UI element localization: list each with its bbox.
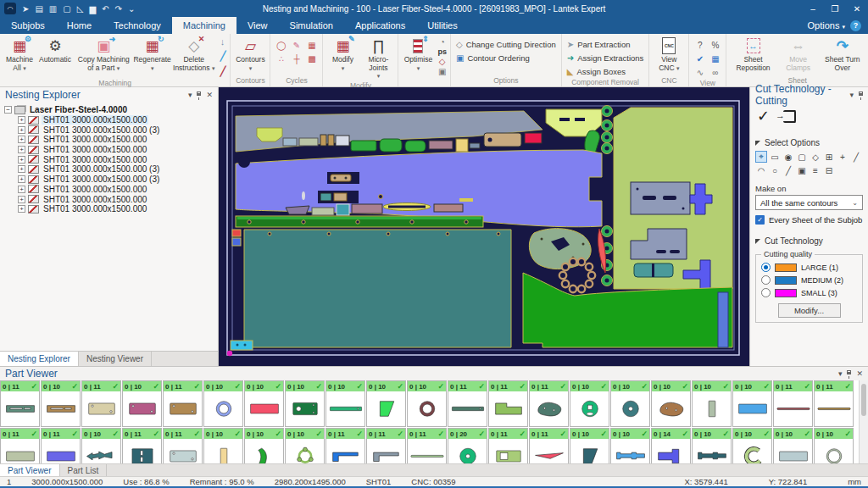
contours-button[interactable]: ▱ Contours▾ <box>232 35 268 73</box>
expand-expander[interactable]: + <box>18 116 25 124</box>
part-viewer-scrollbar[interactable] <box>859 380 868 463</box>
expand-expander[interactable]: + <box>18 146 25 153</box>
document-icon[interactable]: ▢ <box>63 4 70 14</box>
part-tile[interactable]: 0 | 11✓ <box>81 380 121 427</box>
copy-sheet-icon[interactable]: ▣ <box>437 67 447 76</box>
part-tile[interactable]: 0 | 10✓ <box>407 380 447 427</box>
view-chain-icon[interactable]: ∞ <box>708 66 722 79</box>
optimise-button[interactable]: ⇕ Optimise▾ <box>400 35 436 73</box>
part-tile[interactable]: 0 | 10✓ <box>203 428 243 463</box>
part-tile[interactable]: 0 | 10✓ <box>285 380 325 427</box>
part-tile[interactable]: 0 | 10✓ <box>773 428 813 463</box>
cycle-matrix-icon[interactable]: ▩ <box>304 53 319 65</box>
modify-quality-button[interactable]: Modify... <box>778 303 841 318</box>
quality-radio-row[interactable]: LARGE (1) <box>761 263 857 272</box>
part-tile[interactable]: 0 | 10✓ <box>244 380 284 427</box>
nesting-canvas[interactable] <box>219 87 749 366</box>
panel-close-icon[interactable]: ✕ <box>856 369 863 378</box>
part-tile[interactable]: 0 | 11✓ <box>448 380 487 427</box>
view-swoosh-icon[interactable]: ∿ <box>693 66 707 79</box>
tab-nesting-viewer[interactable]: Nesting Viewer <box>79 352 152 366</box>
tree-sheet-item[interactable]: +SHT01 3000.000x1500.000 (3) <box>4 125 218 135</box>
part-tile[interactable]: 0 | 10✓ <box>122 380 162 427</box>
part-tile[interactable]: 0 | 11✓ <box>407 428 447 463</box>
pin-icon[interactable] <box>847 370 851 374</box>
change-cutting-direction-button[interactable]: ◇ Change Cutting Direction <box>453 37 559 51</box>
part-tile[interactable]: 0 | 10✓ <box>570 380 609 427</box>
exit-icon[interactable]: → <box>783 110 796 123</box>
panel-menu-icon[interactable]: ▾ <box>849 91 854 99</box>
tab-subjobs[interactable]: Subjobs <box>0 17 56 34</box>
part-extraction-button[interactable]: ➤ Part Extraction <box>564 37 634 51</box>
part-tile[interactable]: 0 | 11✓ <box>814 380 854 427</box>
rotate-left-icon[interactable]: ◇ <box>437 57 447 66</box>
expand-expander[interactable]: + <box>18 196 25 203</box>
part-tile[interactable]: 0 | 11✓ <box>366 428 406 463</box>
sheet-turn-over-button[interactable]: ↷ Sheet Turn Over <box>819 35 866 73</box>
tree-sheet-item[interactable]: +SHT01 3000.000x1500.000 <box>4 204 218 214</box>
sel-point-icon[interactable]: ⌖ <box>755 151 767 163</box>
collapse-expander[interactable]: − <box>4 106 12 114</box>
expand-expander[interactable]: + <box>18 156 25 164</box>
undo-icon[interactable]: ↶ <box>102 4 108 14</box>
tab-applications[interactable]: Applications <box>344 17 416 34</box>
expand-expander[interactable]: + <box>18 186 25 193</box>
arrow-down-icon[interactable]: ↓ <box>220 36 226 47</box>
expand-expander[interactable]: + <box>18 136 25 143</box>
panel-menu-icon[interactable]: ▾ <box>188 91 192 99</box>
part-tile[interactable]: 0 | 10✓ <box>610 428 650 463</box>
part-tile[interactable]: 0 | 11✓ <box>529 428 569 463</box>
select-options-section[interactable]: Select Options <box>755 132 863 151</box>
tree-sheet-item[interactable]: +SHT01 3000.000x1500.000 <box>4 185 218 195</box>
sel-zoom-icon[interactable]: ⊞ <box>823 151 835 163</box>
micro-joints-button[interactable]: ∏ Micro-Joints▾ <box>360 35 396 81</box>
part-tile[interactable]: 0 | 10✓ <box>732 380 772 427</box>
part-tile[interactable]: 0 | 10✓ <box>326 380 365 427</box>
part-tile[interactable]: 0 | 10✓ <box>651 380 691 427</box>
part-tile[interactable]: 0 | 10✓ <box>203 380 243 427</box>
sel-plus-icon[interactable]: + <box>837 151 849 163</box>
tree-root[interactable]: −Laser Fiber-Steel-4.0000 <box>4 105 218 115</box>
tree-sheet-item[interactable]: +SHT01 3000.000x1500.000 (3) <box>4 164 218 175</box>
app-logo-icon[interactable]: ◠ <box>4 3 16 14</box>
part-tile[interactable]: 0 | 10✓ <box>366 380 406 427</box>
checkbox-checked-icon[interactable]: ✓ <box>755 215 765 225</box>
assign-extractions-button[interactable]: ➜ Assign Extractions <box>564 51 648 64</box>
sel-contour-icon[interactable]: ◉ <box>782 151 794 163</box>
part-tile[interactable]: 0 | 10✓ <box>692 380 732 427</box>
tree-sheet-item[interactable]: +SHT01 3000.000x1500.000 <box>4 194 218 204</box>
options-menu[interactable]: Options ▾ <box>808 20 846 30</box>
view-calendar-icon[interactable]: ▦ <box>708 53 722 65</box>
view-check-icon[interactable]: ✔ <box>693 53 707 65</box>
apply-check-icon[interactable]: ✓ <box>757 107 770 125</box>
modify-button[interactable]: ▦✎ Modify▾ <box>325 35 360 73</box>
every-sheet-checkbox-row[interactable]: ✓ Every Sheet of the Subjob <box>755 210 863 226</box>
part-tile[interactable]: 0 | 10✓ <box>244 428 284 463</box>
panel-close-icon[interactable]: ✕ <box>206 91 213 99</box>
redo-icon[interactable]: ↷ <box>115 4 122 14</box>
expand-expander[interactable]: + <box>18 205 25 213</box>
sel-polygon-icon[interactable]: ◇ <box>810 151 821 163</box>
sel-filled-icon[interactable]: ▣ <box>796 164 808 176</box>
part-tile[interactable]: 0 | 10✓ <box>81 428 121 463</box>
help-icon[interactable]: ? <box>850 20 861 31</box>
automatic-button[interactable]: ⚙ Automatic <box>37 35 73 65</box>
sel-circle-icon[interactable]: ○ <box>769 164 781 176</box>
assign-boxes-button[interactable]: ◣ Assign Boxes <box>564 64 629 78</box>
expand-expander[interactable]: + <box>18 165 25 173</box>
panel-menu-icon[interactable]: ▾ <box>838 369 843 378</box>
part-tile[interactable]: 0 | 11✓ <box>0 428 40 463</box>
tab-simulation[interactable]: Simulation <box>279 17 344 34</box>
view-percent-icon[interactable]: % <box>708 39 722 52</box>
blue-line-icon[interactable]: ╱ <box>220 51 226 62</box>
view-cnc-button[interactable]: CNC View CNC ▾ <box>651 35 687 73</box>
part-tile[interactable]: 0 | 11✓ <box>488 380 528 427</box>
machine-all-button[interactable]: ▦⚙ Machine All ▾ <box>2 35 37 73</box>
red-line-icon[interactable]: ╱ <box>220 66 226 77</box>
part-tile[interactable]: 0 | 10✓ <box>41 380 81 427</box>
tree-sheet-item[interactable]: +SHT01 3000.000x1500.000 <box>4 115 218 125</box>
quality-radio-row[interactable]: SMALL (3) <box>761 288 857 297</box>
sel-line-icon[interactable]: ╱ <box>850 151 862 163</box>
part-tile[interactable]: 0 | 11✓ <box>529 380 569 427</box>
part-tile[interactable]: 0 | 10✓ <box>610 380 650 427</box>
